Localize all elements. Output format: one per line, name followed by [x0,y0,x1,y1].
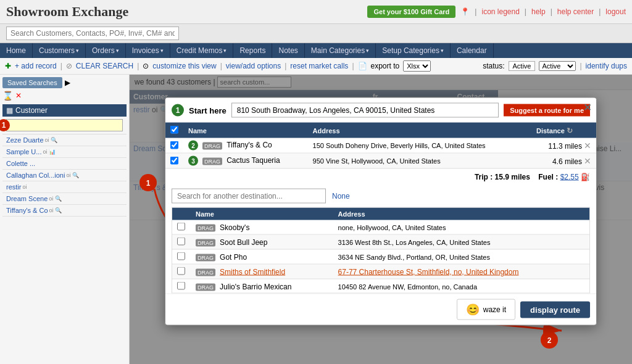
search-destination-row: None [165,185,596,207]
none-link[interactable]: None [332,192,350,201]
customer-search-input[interactable] [6,119,123,131]
result-name: Skooby's [220,223,249,231]
fuel-label: Fuel : [538,173,558,181]
destination-address: 150 South Doheny Drive, Beverly Hills, C… [308,138,531,154]
distance-value: 11.3 miles [548,142,582,151]
remove-row-1-button[interactable]: ✕ [584,141,591,151]
search-destination-input[interactable] [172,189,326,204]
filter-icon2: ⌛ [2,91,13,101]
nav-main-categories[interactable]: Main Categories▾ [305,43,376,58]
toolbar: ✚ + add record | ⊘ CLEAR SEARCH | ⊙ cust… [0,58,632,75]
nav-calendar[interactable]: Calendar [451,43,494,58]
add-record-icon: ✚ [5,62,11,70]
table-row[interactable]: DRAG Soot Bull Jeep 3136 West 8th St., L… [172,234,589,249]
table-row[interactable]: DRAG Got Pho 3634 NE Sandy Blvd., Portla… [172,249,589,264]
list-item[interactable]: Colette ... [2,158,127,170]
drag-tag: DRAG [196,283,215,291]
drag-tag: DRAG [196,254,215,261]
waze-label: waze it [483,305,506,314]
display-route-button[interactable]: display route [520,301,590,318]
result-name: Smiths of Smithfield [220,267,285,276]
result-checkbox-2[interactable] [177,252,185,260]
results-container: Name Address DRAG Skooby's [165,207,596,294]
logout-link[interactable]: logout [605,7,626,16]
nav-orders[interactable]: Orders▾ [86,43,126,58]
start-address-input[interactable] [231,103,499,118]
list-item[interactable]: Sample U... oi 📊 [2,146,127,158]
select-all-checkbox[interactable] [170,126,178,134]
saved-searches-button[interactable]: Saved Searches [2,77,62,88]
modal-footer: 😊 waze it display route [165,294,596,325]
row-checkbox-1[interactable] [170,141,178,149]
row-num-3: 3 [188,156,198,166]
result-checkbox-1[interactable] [177,238,185,246]
status-select[interactable]: Active Inactive [539,61,576,71]
drag-tag: DRAG [202,157,222,165]
result-address: none, Hollywood, CA, United States [333,220,589,235]
export-label: export to [371,62,400,70]
global-search-input[interactable] [6,27,179,40]
waze-button[interactable]: 😊 waze it [457,299,515,320]
icon-legend-link[interactable]: icon legend [481,7,519,16]
search-bar [0,24,632,43]
left-panel: Saved Searches ▶ ⌛ ✕ ▦ Customer 1 Zeze D… [0,75,130,364]
customer-name: Tiffany's & Co [6,207,48,214]
modal-header: 1 Start here Suggest a route for me [165,98,596,123]
nav-notes[interactable]: Notes [272,43,304,58]
header-right: Get your $100 Gift Card 📍 | icon legend … [367,6,626,18]
customize-icon: ⊙ [143,62,149,70]
destination-name: Tiffany's & Co [227,141,272,149]
customize-button[interactable]: customize this view [152,62,216,70]
add-record-button[interactable]: + add record [15,62,57,70]
nav-customers[interactable]: Customers▾ [33,43,86,58]
app-header: Showroom Exchange Get your $100 Gift Car… [0,0,632,24]
fuel-icon: ⛽ [581,173,590,181]
row-checkbox-2[interactable] [170,156,178,164]
result-checkbox-4[interactable] [177,282,185,290]
result-checkbox-0[interactable] [177,223,185,231]
result-name: Julio's Barrio Mexican [220,282,291,291]
nav-credit-memos[interactable]: Credit Memos▾ [170,43,234,58]
gift-button[interactable]: Get your $100 Gift Card [367,6,455,18]
waze-icon: 😊 [466,303,480,316]
list-item[interactable]: Zeze Duarte oi 🔍 [2,134,127,146]
refresh-icon[interactable]: ↻ [567,126,573,134]
nav-home[interactable]: Home [0,43,33,58]
nav-reports[interactable]: Reports [233,43,272,58]
table-row[interactable]: DRAG Smiths of Smithfield 67-77 Charterh… [172,264,589,279]
drag-tag: DRAG [202,142,222,149]
result-checkbox-3[interactable] [177,267,185,275]
drag-tag: DRAG [196,239,215,246]
reset-button[interactable]: reset market calls [290,62,348,70]
view-add-button[interactable]: view/add options [226,62,281,70]
list-item[interactable]: Callaghan Col...ioni oi 🔍 [2,170,127,181]
list-item[interactable]: restir oi [2,181,127,193]
results-scroll[interactable]: Name Address DRAG Skooby's [172,207,590,294]
nav-bar: Home Customers▾ Orders▾ Invoices▾ Credit… [0,43,632,58]
help-link[interactable]: help [531,7,546,16]
export-format-select[interactable]: Xlsx [403,60,431,72]
customer-name: restir [6,183,21,191]
list-item[interactable]: Tiffany's & Co oi 🔍 [2,205,127,217]
table-row[interactable]: DRAG Julio's Barrio Mexican 10450 82 Ave… [172,279,589,294]
drag-tag: DRAG [196,224,215,231]
list-item[interactable]: Dream Scene oi 🔍 [2,193,127,205]
trip-label: Trip : [475,173,493,181]
table-row[interactable]: DRAG Skooby's none, Hollywood, CA, Unite… [172,220,589,235]
status-label-text: status: [483,62,504,70]
customer-name: Sample U... [6,148,41,155]
selected-destinations-table: Name Address Distance ↻ 2 DRAG Tiffany's… [165,123,596,169]
search-results-table: Name Address DRAG Skooby's [172,208,589,294]
remove-row-2-button[interactable]: ✕ [584,156,591,166]
suggest-route-button[interactable]: Suggest a route for me [504,104,590,117]
nav-setup-categories[interactable]: Setup Categories▾ [376,43,451,58]
result-address: 10450 82 Avenue NW, Edmonton, no, Canada [333,279,589,294]
result-name: Got Pho [220,252,247,261]
clear-search-button[interactable]: CLEAR SEARCH [76,62,133,70]
distance-value: 4.6 miles [552,157,582,166]
modal-close-button[interactable]: ✕ [583,102,591,114]
help-center-link[interactable]: help center [557,7,594,16]
fuel-value-link[interactable]: $2.55 [560,173,579,181]
nav-invoices[interactable]: Invoices▾ [126,43,170,58]
identify-dups-button[interactable]: identify dups [586,62,627,70]
